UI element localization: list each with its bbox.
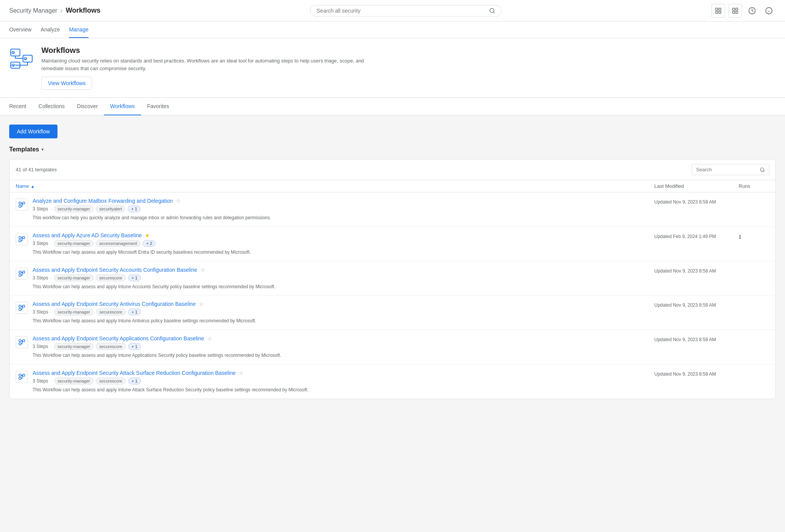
table-row: Assess and Apply Endpoint Security Attac… — [10, 365, 775, 399]
search-icon — [489, 8, 495, 14]
add-workflow-button[interactable]: Add Workflow — [9, 125, 57, 138]
wf-main: Assess and Apply Endpoint Security Antiv… — [16, 301, 654, 324]
main-content: Add Workflow Templates ▾ 41 of 41 templa… — [0, 115, 785, 532]
grid-icon-btn[interactable] — [728, 4, 742, 18]
table-header-row: Name ▲ Last Modified Runs — [10, 180, 775, 192]
table-row: Assess and Apply Endpoint Security Accou… — [10, 261, 775, 296]
wf-modified: Updated Nov 9, 2023 8:58 AM — [654, 370, 739, 377]
breadcrumb-separator: › — [60, 7, 62, 15]
subnav-overview[interactable]: Overview — [9, 22, 31, 38]
workflows-hero-icon — [9, 46, 34, 71]
tab-discover[interactable]: Discover — [71, 98, 104, 115]
table-row: Assess and Apply Endpoint Security Appli… — [10, 330, 775, 365]
workflow-title[interactable]: Assess and Apply Endpoint Security Attac… — [33, 370, 236, 376]
wf-meta: 3 Steps · security-managersecurescore + … — [33, 378, 654, 384]
hero-description: Maintaining cloud security relies on sta… — [41, 57, 386, 72]
wf-details: Assess and Apply Azure AD Security Basel… — [33, 232, 654, 256]
wf-steps: 3 Steps — [33, 309, 48, 315]
search-input[interactable] — [317, 8, 486, 14]
svg-rect-44 — [23, 374, 25, 376]
wf-modified: Updated Nov 9, 2023 8:58 AM — [654, 198, 739, 205]
wf-title-row: Assess and Apply Endpoint Security Attac… — [33, 370, 654, 376]
col-header-name[interactable]: Name ▲ — [16, 183, 654, 189]
tag-more: + 1 — [128, 274, 141, 281]
svg-rect-39 — [23, 340, 25, 342]
wf-main: Assess and Apply Endpoint Security Appli… — [16, 335, 654, 359]
svg-rect-45 — [19, 377, 21, 379]
templates-caret-icon[interactable]: ▾ — [41, 147, 44, 152]
wf-title-row: Assess and Apply Endpoint Security Appli… — [33, 335, 654, 342]
wf-steps: 3 Steps — [33, 275, 48, 281]
svg-rect-2 — [716, 8, 718, 10]
wf-description: This workflow can help you quickly analy… — [33, 215, 654, 221]
col-name-label: Name — [16, 183, 29, 189]
star-empty-icon[interactable]: ☆ — [176, 198, 181, 204]
wf-main: Assess and Apply Azure AD Security Basel… — [16, 232, 654, 256]
tag: security-manager — [54, 240, 94, 247]
wf-description: This Workflow can help assess and apply … — [33, 387, 654, 393]
breadcrumb-parent[interactable]: Security Manager — [9, 7, 57, 14]
wf-meta: 3 Steps · security-managersecurityalert … — [33, 205, 654, 212]
table-search-input[interactable] — [696, 167, 757, 172]
workflow-title[interactable]: Assess and Apply Endpoint Security Antiv… — [33, 301, 196, 307]
tab-favorites[interactable]: Favorites — [141, 98, 176, 115]
tab-recent[interactable]: Recent — [9, 98, 32, 115]
tag: securescore — [96, 378, 126, 384]
star-empty-icon[interactable]: ☆ — [239, 370, 244, 376]
star-empty-icon[interactable]: ☆ — [207, 335, 212, 342]
hero-content: Workflows Maintaining cloud security rel… — [41, 46, 776, 90]
wf-details: Analyze and Configure Mailbox Forwarding… — [33, 198, 654, 221]
wf-dot: · — [51, 206, 52, 212]
table-search[interactable] — [692, 164, 769, 175]
subnav-manage[interactable]: Manage — [69, 22, 89, 38]
table-row: Assess and Apply Azure AD Security Basel… — [10, 227, 775, 261]
star-filled-icon[interactable]: ★ — [145, 232, 150, 238]
wf-dot: · — [51, 309, 52, 315]
templates-label: Templates — [9, 146, 39, 153]
tab-collections[interactable]: Collections — [32, 98, 71, 115]
wf-details: Assess and Apply Endpoint Security Accou… — [33, 267, 654, 290]
tag: security-manager — [54, 343, 94, 350]
svg-rect-38 — [19, 340, 21, 342]
workflow-title[interactable]: Analyze and Configure Mailbox Forwarding… — [33, 198, 173, 204]
global-search[interactable] — [310, 5, 502, 16]
wf-modified: Updated Nov 9, 2023 8:58 AM — [654, 267, 739, 274]
workflow-icon — [16, 336, 28, 348]
svg-rect-23 — [19, 236, 21, 238]
workflow-title[interactable]: Assess and Apply Azure AD Security Basel… — [33, 232, 142, 238]
subnav-analyze[interactable]: Analyze — [41, 22, 60, 38]
tab-workflows[interactable]: Workflows — [104, 98, 141, 115]
workflows-table: 41 of 41 templates Name ▲ Last Modified … — [9, 159, 776, 399]
tag: securescore — [96, 309, 126, 315]
info-icon-btn[interactable] — [762, 4, 776, 18]
view-workflows-button[interactable]: View Workflows — [41, 77, 92, 90]
star-empty-icon[interactable]: ☆ — [200, 267, 205, 273]
bookmark-icon — [715, 7, 722, 14]
hero-banner: Workflows Maintaining cloud security rel… — [0, 38, 785, 98]
workflow-title[interactable]: Assess and Apply Endpoint Security Accou… — [33, 267, 197, 273]
wf-modified: Updated Nov 9, 2023 8:58 AM — [654, 335, 739, 342]
grid-icon — [732, 7, 739, 14]
wf-steps: 3 Steps — [33, 378, 48, 384]
sub-nav: Overview Analyze Manage — [0, 21, 785, 38]
tag: securescore — [96, 343, 126, 350]
svg-rect-40 — [19, 343, 21, 345]
top-bar-actions — [711, 4, 776, 18]
history-icon-btn[interactable] — [745, 4, 759, 18]
tag-more: + 1 — [128, 378, 141, 384]
wf-meta: 3 Steps · security-managersecurescore + … — [33, 309, 654, 315]
svg-rect-25 — [19, 240, 21, 241]
svg-rect-34 — [23, 305, 25, 307]
tag-more: + 1 — [128, 309, 141, 315]
table-row: Analyze and Configure Mailbox Forwarding… — [10, 192, 775, 227]
workflow-icon — [16, 199, 28, 211]
workflow-icon — [16, 302, 28, 314]
wf-description: This Workflow can help assess and apply … — [33, 284, 654, 290]
wf-dot: · — [51, 241, 52, 246]
star-empty-icon[interactable]: ☆ — [199, 301, 204, 307]
bookmark-icon-btn[interactable] — [711, 4, 725, 18]
wf-main: Assess and Apply Endpoint Security Accou… — [16, 267, 654, 290]
info-icon — [765, 7, 773, 15]
wf-description: This Workflow can help assess and apply … — [33, 249, 654, 256]
workflow-title[interactable]: Assess and Apply Endpoint Security Appli… — [33, 335, 204, 342]
